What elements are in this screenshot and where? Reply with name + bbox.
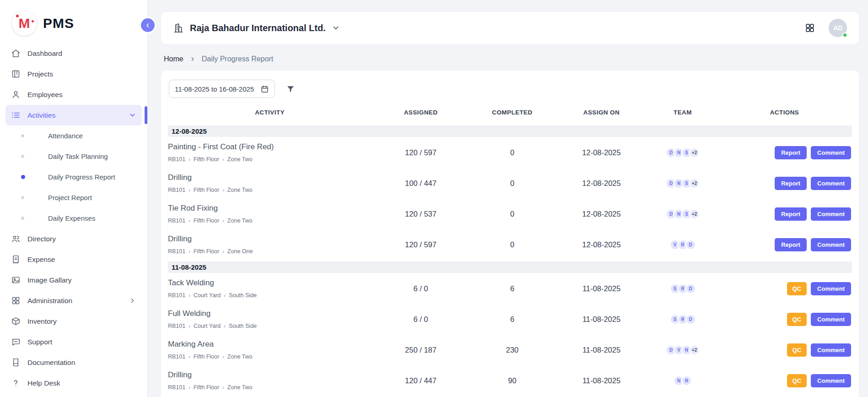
qc-button[interactable]: QC xyxy=(787,343,807,357)
path-segment: Fifth Floor xyxy=(194,156,219,163)
sidebar-item-projects[interactable]: Projects xyxy=(5,64,142,84)
sidebar-item-expense[interactable]: Expense xyxy=(5,249,142,270)
chevron-right-icon: › xyxy=(189,249,190,254)
chevron-right-icon: › xyxy=(189,157,190,162)
qc-button[interactable]: QC xyxy=(787,313,807,326)
team-member-avatar: D xyxy=(685,239,696,250)
comment-button[interactable]: Comment xyxy=(811,282,851,295)
breadcrumb-home[interactable]: Home xyxy=(164,55,183,63)
company-selector[interactable]: Raja Bahadur International Ltd. xyxy=(173,22,340,33)
activity-location-path: RB101›Fifth Floor›Zone One xyxy=(168,248,372,255)
sidebar-item-label: Dashboard xyxy=(27,49,62,58)
path-segment: RB101 xyxy=(168,353,185,360)
chevron-right-icon: › xyxy=(222,187,224,193)
sidebar-item-label: Expense xyxy=(27,256,55,264)
date-range-input[interactable]: 11-08-2025 to 16-08-2025 xyxy=(169,80,275,98)
bullet-icon xyxy=(21,155,24,158)
receipt-icon xyxy=(11,255,21,264)
sidebar-item-administration[interactable]: Administration xyxy=(5,290,142,311)
sidebar-item-label: Employees xyxy=(27,91,63,99)
report-button[interactable]: Report xyxy=(775,146,807,159)
comment-button[interactable]: Comment xyxy=(811,238,851,251)
team-member-avatar: D xyxy=(685,283,696,294)
actions-cell: QCComment xyxy=(717,313,852,326)
sidebar-item-daily-progress-report[interactable]: Daily Progress Report xyxy=(5,167,142,187)
chevron-right-icon xyxy=(189,56,196,62)
path-segment: Fifth Floor xyxy=(194,248,219,255)
report-button[interactable]: Report xyxy=(775,207,807,221)
assigned-value: 120 / 447 xyxy=(372,376,470,385)
activity-name: Tie Rod Fixing xyxy=(168,204,372,213)
activity-row: Marking AreaRB101›Fifth Floor›Zone Two25… xyxy=(168,335,852,366)
avatar-initials: AD xyxy=(833,24,842,32)
filter-icon[interactable] xyxy=(286,84,295,93)
chevron-down-icon xyxy=(129,111,136,119)
sidebar-item-daily-task-planning[interactable]: Daily Task Planning xyxy=(5,146,142,167)
activity-cell: DrillingRB101›Fifth Floor›Zone Two xyxy=(168,370,372,391)
comment-button[interactable]: Comment xyxy=(811,207,851,221)
sidebar-item-project-report[interactable]: Project Report xyxy=(5,187,142,208)
sidebar-item-image-gallery[interactable]: Image Gallary xyxy=(5,270,142,290)
app-logo-icon: M xyxy=(12,11,37,36)
sidebar-item-daily-expenses[interactable]: Daily Expenses xyxy=(5,208,142,228)
sidebar-item-dashboard[interactable]: Dashboard xyxy=(5,43,142,64)
activity-name: Tack Welding xyxy=(168,278,372,288)
user-avatar[interactable]: AD xyxy=(829,19,847,37)
sidebar-item-help-desk[interactable]: Help Desk xyxy=(5,373,142,393)
assign-on-value: 12-08-2025 xyxy=(555,240,648,249)
qc-button[interactable]: QC xyxy=(787,374,807,387)
actions-cell: QCComment xyxy=(717,282,852,295)
team-avatars: DNS+2 xyxy=(648,178,717,189)
path-segment: RB101 xyxy=(168,187,185,193)
sidebar-item-label: Help Desk xyxy=(27,379,60,387)
calendar-icon xyxy=(260,85,269,93)
activity-name: Drilling xyxy=(168,173,372,182)
chevron-right-icon xyxy=(129,297,136,305)
sidebar-collapse-button[interactable] xyxy=(141,18,155,32)
sidebar-item-attendance[interactable]: Attendance xyxy=(5,125,142,146)
activity-row: DrillingRB101›Fifth Floor›Zone Two100 / … xyxy=(168,169,852,199)
chevron-right-icon: › xyxy=(189,385,190,390)
comment-button[interactable]: Comment xyxy=(811,343,851,357)
chevron-right-icon: › xyxy=(222,249,224,254)
sidebar-subitem-label: Daily Task Planning xyxy=(48,152,108,160)
bullet-icon xyxy=(21,134,24,137)
completed-value: 0 xyxy=(470,148,555,157)
sidebar-item-documentation[interactable]: Documentation xyxy=(5,352,142,373)
path-segment: Court Yard xyxy=(194,323,221,329)
column-header-assign-on: ASSIGN ON xyxy=(555,109,648,116)
path-segment: RB101 xyxy=(168,248,185,255)
comment-button[interactable]: Comment xyxy=(811,177,851,190)
column-header-completed: COMPLETED xyxy=(470,109,555,116)
comment-button[interactable]: Comment xyxy=(811,313,851,326)
breadcrumb: Home Daily Progress Report xyxy=(164,55,858,63)
apps-grid-icon[interactable] xyxy=(805,23,815,33)
completed-value: 0 xyxy=(470,179,555,188)
sidebar-item-support[interactable]: Support xyxy=(5,332,142,352)
path-segment: Court Yard xyxy=(194,292,221,299)
bullet-icon xyxy=(21,196,24,199)
report-button[interactable]: Report xyxy=(775,177,807,190)
activity-cell: Full WeldingRB101›Court Yard›South Side xyxy=(168,309,372,329)
path-segment: Fifth Floor xyxy=(194,353,219,360)
path-segment: Zone Two xyxy=(227,218,253,224)
comment-button[interactable]: Comment xyxy=(811,146,851,159)
qc-button[interactable]: QC xyxy=(787,282,807,295)
sidebar-item-label: Projects xyxy=(27,70,53,78)
sidebar-item-employees[interactable]: Employees xyxy=(5,84,142,105)
chevron-right-icon: › xyxy=(189,218,190,223)
sidebar-subitem-label: Project Report xyxy=(48,194,92,201)
app-logo: M PMS xyxy=(0,0,147,43)
sidebar-item-label: Directory xyxy=(27,235,56,243)
chevron-right-icon: › xyxy=(222,354,224,359)
path-segment: RB101 xyxy=(168,156,185,163)
report-button[interactable]: Report xyxy=(775,238,807,251)
comment-button[interactable]: Comment xyxy=(811,374,851,387)
assigned-value: 250 / 187 xyxy=(372,346,470,354)
sidebar-item-directory[interactable]: Directory xyxy=(5,228,142,249)
actions-cell: ReportComment xyxy=(717,207,852,221)
sidebar-item-inventory[interactable]: Inventory xyxy=(5,311,142,332)
sidebar-item-activities[interactable]: Activities xyxy=(5,105,142,125)
column-header-team: TEAM xyxy=(648,109,717,116)
activity-location-path: RB101›Fifth Floor›Zone Two xyxy=(168,353,372,360)
